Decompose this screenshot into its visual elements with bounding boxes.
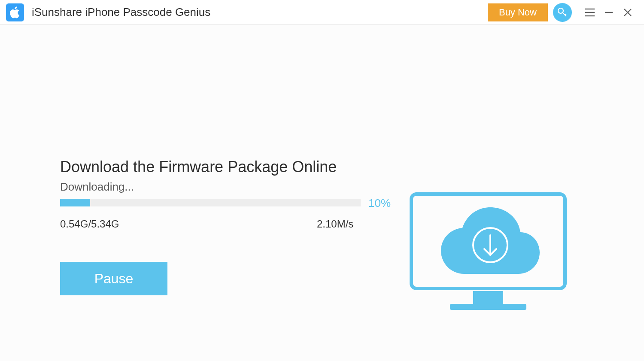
close-icon [623,7,633,18]
apple-icon [9,6,21,19]
register-key-button[interactable] [553,3,572,22]
svg-rect-10 [473,291,503,304]
app-logo [6,3,24,21]
main-content: Download the Firmware Package Online Dow… [0,25,644,361]
close-button[interactable] [619,4,636,21]
key-icon [557,7,568,18]
app-title: iSunshare iPhone Passcode Genius [32,6,488,19]
svg-rect-11 [450,304,526,310]
pause-button[interactable]: Pause [60,262,167,295]
monitor-cloud-download-icon [409,191,568,316]
buy-now-button[interactable]: Buy Now [488,3,548,21]
download-size: 0.54G/5.34G [60,218,119,230]
progress-percent: 10% [368,197,391,210]
minimize-button[interactable] [600,4,617,21]
download-heading: Download the Firmware Package Online [60,158,337,176]
minimize-icon [604,7,614,18]
hamburger-icon [584,7,595,18]
download-illustration [409,191,568,318]
download-status: Downloading... [60,180,134,194]
menu-button[interactable] [581,4,598,21]
svg-line-2 [565,14,566,15]
titlebar: iSunshare iPhone Passcode Genius Buy Now [0,0,644,25]
download-speed: 2.10M/s [317,218,353,230]
progress-bar [60,199,361,206]
progress-fill [60,199,90,206]
svg-point-0 [558,8,563,13]
